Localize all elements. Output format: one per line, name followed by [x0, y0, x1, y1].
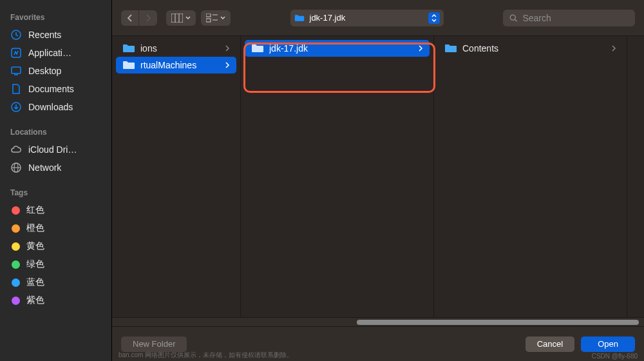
sidebar-item-[interactable]: 橙色 — [0, 219, 111, 237]
path-label: jdk-17.jdk — [310, 13, 423, 23]
tag-dot-icon — [12, 242, 20, 251]
tag-dot-icon — [12, 278, 20, 287]
search-input[interactable] — [522, 13, 629, 23]
toolbar: jdk-17.jdk — [112, 0, 644, 36]
sidebar-item-desktop[interactable]: Desktop — [0, 62, 111, 80]
columns-area: ionsrtualMachinesjdk-17.jdkContents — [112, 36, 644, 317]
sidebar-item-recents[interactable]: Recents — [0, 26, 111, 44]
folder-icon — [294, 14, 305, 23]
sidebar-item-label: iCloud Dri… — [28, 144, 77, 155]
svg-rect-2 — [12, 67, 21, 73]
view-columns-button[interactable] — [166, 10, 196, 26]
horizontal-scrollbar[interactable] — [112, 317, 644, 326]
sidebar-item-applicati[interactable]: Applicati… — [0, 44, 111, 62]
download-icon — [10, 101, 22, 113]
group-button[interactable] — [201, 10, 231, 26]
main-panel: jdk-17.jdk ionsrtualMachinesjdk-17.jdkCo… — [112, 0, 644, 361]
tag-dot-icon — [12, 297, 20, 305]
watermark-left: ban.com 网络图片仅供展示，未存储，如有侵权请联系删除。 — [118, 351, 293, 360]
search-icon — [509, 14, 517, 23]
sidebar-item-[interactable]: 绿色 — [0, 255, 111, 273]
chevron-down-icon — [220, 16, 225, 20]
svg-point-15 — [510, 15, 515, 20]
sidebar-item-label: Applicati… — [28, 48, 71, 58]
sidebar-item-label: Downloads — [28, 102, 73, 112]
sidebar-item-iclouddri[interactable]: iCloud Dri… — [0, 141, 111, 159]
back-button[interactable] — [121, 10, 139, 26]
svg-rect-8 — [171, 14, 183, 23]
folder-label: ions — [140, 43, 220, 54]
sidebar-item-label: Desktop — [28, 66, 61, 76]
column-0: ionsrtualMachines — [112, 36, 241, 317]
sidebar-item-label: 蓝色 — [26, 277, 44, 288]
sidebar-item-label: 橙色 — [26, 222, 44, 234]
forward-button[interactable] — [139, 10, 157, 26]
path-dropdown[interactable]: jdk-17.jdk — [290, 10, 444, 26]
sidebar-item-[interactable]: 红色 — [0, 201, 111, 219]
nav-group — [121, 10, 157, 26]
sidebar-item-[interactable]: 蓝色 — [0, 273, 111, 291]
view-group — [166, 10, 231, 26]
sidebar-item-label: Recents — [28, 30, 61, 40]
new-folder-button[interactable]: New Folder — [121, 337, 187, 352]
tags-heading: Tags — [0, 188, 111, 201]
svg-line-16 — [515, 19, 516, 21]
sidebar-item-downloads[interactable]: Downloads — [0, 98, 111, 116]
folder-label: Contents — [462, 43, 606, 54]
folder-label: jdk-17.jdk — [269, 43, 413, 54]
favorites-heading: Favorites — [0, 13, 111, 26]
search-box[interactable] — [503, 10, 635, 26]
tag-dot-icon — [12, 224, 20, 233]
app-icon — [10, 47, 22, 59]
sidebar-item-label: Documents — [28, 84, 74, 94]
sidebar-item-[interactable]: 黄色 — [0, 237, 111, 255]
folder-item[interactable]: rtualMachines — [116, 57, 236, 73]
watermark-right: CSDN @fly-680 — [592, 353, 638, 360]
open-button[interactable]: Open — [581, 337, 635, 352]
sidebar-item-label: 红色 — [26, 204, 44, 216]
folder-label: rtualMachines — [140, 60, 220, 70]
tag-dot-icon — [12, 206, 20, 215]
clock-icon — [10, 29, 22, 41]
folder-item[interactable]: Contents — [438, 40, 623, 57]
cloud-icon — [10, 144, 22, 155]
desktop-icon — [10, 65, 22, 77]
doc-icon — [10, 83, 22, 95]
folder-item[interactable]: ions — [116, 40, 236, 57]
svg-rect-12 — [206, 19, 211, 22]
chevron-down-icon — [185, 16, 191, 20]
column-1: jdk-17.jdk — [241, 36, 434, 317]
sidebar-item-network[interactable]: Network — [0, 159, 111, 177]
sidebar: Favorites RecentsApplicati…DesktopDocume… — [0, 0, 112, 361]
sidebar-item-documents[interactable]: Documents — [0, 80, 111, 98]
sidebar-item-[interactable]: 紫色 — [0, 291, 111, 309]
locations-heading: Locations — [0, 128, 111, 141]
globe-icon — [10, 162, 22, 173]
sidebar-item-label: Network — [28, 162, 61, 173]
sidebar-item-label: 紫色 — [26, 295, 44, 306]
cancel-button[interactable]: Cancel — [526, 337, 574, 352]
folder-item[interactable]: jdk-17.jdk — [245, 40, 430, 57]
svg-rect-11 — [206, 14, 211, 17]
sidebar-item-label: 绿色 — [26, 259, 44, 270]
tag-dot-icon — [12, 260, 20, 269]
updown-icon — [428, 12, 440, 24]
sidebar-item-label: 黄色 — [26, 240, 44, 252]
column-2: Contents — [434, 36, 627, 317]
